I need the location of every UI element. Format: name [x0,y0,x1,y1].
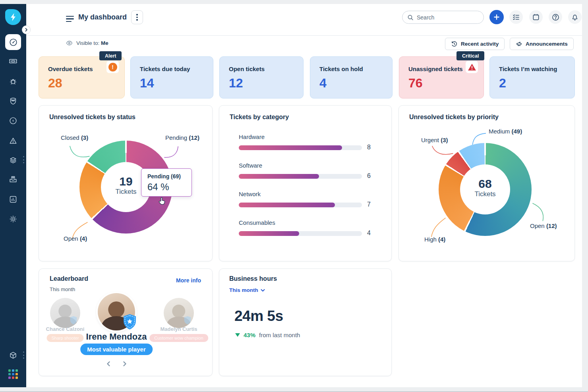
checklist-icon [512,13,520,21]
announcements-button[interactable]: Announcements [510,38,574,50]
alert-tooltip: Alert [99,51,122,60]
slice-label-high: High (4) [424,236,445,243]
stat-card-tickets-due-today[interactable]: Tickets due today 14 [130,56,213,98]
priority-chart-card: Unresolved tickets by priority 68 Ticket… [398,105,575,261]
sidebar-item-assets[interactable] [9,156,17,164]
sidebar-item-purchase-orders[interactable] [9,175,17,184]
visibility-setting[interactable]: Visible to: Me [66,40,108,46]
member-name: Madelyn Curtis [151,326,207,332]
leaderboard-card: Leaderboard This month More info Chance … [39,268,213,376]
chart-title: Tickets by category [230,114,289,121]
sidebar-item-incidents[interactable] [9,136,17,145]
hamburger-menu-icon[interactable] [66,16,74,22]
critical-tooltip: Critical [456,51,484,60]
slice-label-open: Open (4) [64,235,87,242]
exclamation-icon: ! [108,63,117,71]
business-hours-card: Business hours This month 24m 5s 43% fro… [219,268,392,376]
help-button[interactable] [549,10,562,24]
visible-to-value: Me [101,40,108,46]
help-icon [551,13,560,21]
slice-label-pending: Pending (12) [165,134,199,141]
eye-icon [66,41,73,46]
bar-consumables[interactable] [239,231,362,236]
chevron-left-icon [106,361,111,367]
chart-title: Unresolved tickets by priority [409,114,499,121]
delta-row: 43% from last month [235,332,300,338]
donut-hover-tooltip: Pending (69) 64 % [141,168,192,197]
chevron-right-icon [24,28,28,32]
bar-software[interactable] [239,174,362,179]
visible-to-label: Visible to: [76,40,99,46]
shield-icon [9,97,17,105]
sidebar-item-dashboard[interactable] [5,34,21,50]
layers-icon [9,156,17,165]
document-tray-icon [9,175,17,184]
mvp-badge: Most valuable player [80,344,153,355]
leaderboard-title: Leaderboard [50,275,88,282]
ticket-icon [9,57,17,66]
bar-network[interactable] [239,203,362,207]
carousel-next-button[interactable] [120,359,129,368]
page-title: My dashboard [78,13,127,21]
bar-value: 8 [367,144,371,151]
delta-percent: 43% [244,332,255,338]
sidebar-item-changes[interactable] [9,116,17,125]
sidebar-item-reports[interactable] [9,195,17,204]
tasks-button[interactable] [509,10,523,24]
app-window: My dashboard [0,4,582,387]
bug-icon [9,77,17,86]
lightning-bolt-icon [10,13,17,21]
recent-activity-button[interactable]: Recent activity [445,38,505,50]
chevron-right-icon [122,361,127,367]
stat-value: 28 [48,76,62,91]
bar-hardware[interactable] [239,145,362,150]
slice-label-open: Open (12) [530,222,557,229]
slice-label-medium: Medium (49) [489,128,522,135]
donut-center-total: 68 Tickets [439,178,532,198]
app-launcher-icon[interactable] [8,369,18,379]
delta-note: from last month [259,332,300,338]
sidebar-item-problems[interactable] [9,77,17,86]
period-dropdown[interactable]: This month [229,287,265,293]
sidebar-item-releases[interactable] [9,97,17,105]
shield-badge-small [70,316,77,325]
stat-card-open-tickets[interactable]: Open tickets 12 [219,56,304,98]
slice-label-urgent: Urgent (3) [421,137,448,143]
warning-triangle-icon [468,63,476,71]
dashboard-options-button[interactable] [131,10,143,24]
member-badge: Customer wow champion [149,334,208,342]
shield-badge-small [184,316,191,325]
sidebar-assets-more-menu[interactable] [22,156,25,163]
brand-logo[interactable] [5,9,21,25]
sidebar [0,4,26,387]
sidebar-item-sandbox[interactable] [9,351,17,359]
bar-chart-icon [9,195,17,204]
bar-label: Hardware [239,133,265,140]
cursor-pointer [157,196,167,207]
alert-badge: ! [106,61,119,73]
category-chart-card: Tickets by category Hardware 8 Software … [219,105,392,261]
more-info-link[interactable]: More info [176,277,201,284]
sidebar-item-tickets[interactable] [9,57,17,66]
stat-card-tickets-on-hold[interactable]: Tickets on hold 4 [310,56,393,98]
gear-icon [9,214,17,224]
trend-down-icon [235,333,240,337]
slice-label-closed: Closed (3) [61,134,88,141]
leaderboard-period: This month [50,286,75,292]
top-bar: My dashboard [26,4,582,36]
stat-card-unassigned-tickets[interactable]: Critical Unassigned tickets 76 [399,56,484,98]
status-chart-card: Unresolved tickets by status 19 Tickets … [39,105,213,261]
calendar-button[interactable] [529,10,543,24]
create-new-button[interactable] [489,10,504,24]
search-input[interactable] [417,14,476,21]
notifications-button[interactable] [568,10,582,24]
stat-card-overdue-tickets[interactable]: Alert Overdue tickets 28 ! [39,56,125,98]
carousel-prev-button[interactable] [104,359,113,368]
sidebar-expand-button[interactable] [22,25,31,34]
search-bar[interactable] [402,11,484,24]
stat-card-tickets-im-watching[interactable]: Tickets I’m watching 2 [489,56,575,98]
sidebar-item-settings[interactable] [9,214,17,223]
search-icon [407,14,414,21]
sidebar-sandbox-more-menu[interactable] [22,351,25,359]
bell-icon [571,13,579,21]
